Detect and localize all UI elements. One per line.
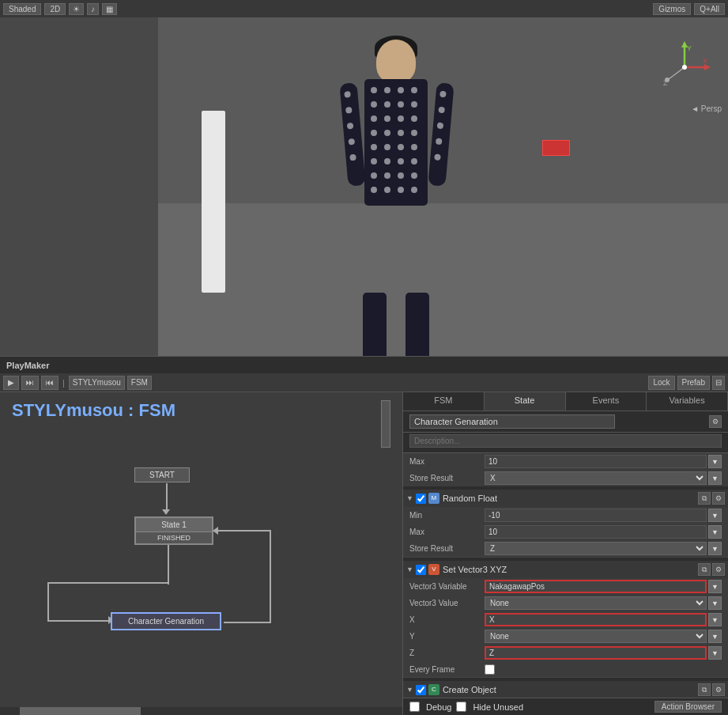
create-object-settings-btn[interactable]: ⚙ <box>712 683 725 696</box>
store-result-label: Store Result <box>409 544 485 553</box>
tab-fsm[interactable]: FSM <box>403 392 485 410</box>
tab-events[interactable]: Events <box>566 392 647 410</box>
state1-line-down2 <box>47 582 49 622</box>
fsm-dropdown[interactable]: FSM <box>127 376 152 390</box>
random-float-icon: M <box>428 493 439 504</box>
store-dropdown-top[interactable]: X <box>485 471 707 485</box>
char-gen-label: Character Genaration <box>111 612 221 630</box>
object-dropdown[interactable]: STYLYmusou <box>69 376 125 390</box>
create-object-copy-btn[interactable]: ⧉ <box>698 683 711 696</box>
vector3-x-label: X <box>409 615 485 624</box>
state-description-input[interactable] <box>409 434 722 448</box>
rewind-button[interactable]: ⏮ <box>41 376 58 390</box>
max-input[interactable] <box>485 525 707 539</box>
max-arrow-top[interactable]: ▼ <box>708 455 722 468</box>
store-label-top: Store Result <box>409 474 485 482</box>
every-frame-row: Every Frame <box>403 661 728 677</box>
vector3-var-input[interactable] <box>485 580 707 593</box>
vector3-val-arrow[interactable]: ▼ <box>708 596 722 610</box>
vector3-x-input[interactable] <box>485 613 707 626</box>
start-node-label: START <box>134 467 190 482</box>
random-float-btns: ⧉ ⚙ <box>698 492 725 505</box>
vector3-var-label: Vector3 Variable <box>409 582 485 591</box>
persp-label: ◄ Persp <box>691 104 722 113</box>
set-vector3-toggle[interactable]: ▼ <box>406 566 413 573</box>
filter-button[interactable]: Q+All <box>694 3 725 15</box>
play-button[interactable]: ▶ <box>3 376 19 390</box>
hide-unused-checkbox[interactable] <box>456 702 466 712</box>
vector3-var-arrow[interactable]: ▼ <box>708 580 722 593</box>
pm-main: STYLYmusou : FSM START State 1 FINISHED <box>0 392 728 715</box>
random-float-settings-btn[interactable]: ⚙ <box>712 492 725 505</box>
display-icon-btn[interactable]: ▦ <box>102 3 117 15</box>
vector3-y-dropdown[interactable]: None <box>485 630 707 643</box>
vector3-y-row: Y None ▼ <box>403 628 728 645</box>
max-input-top[interactable] <box>485 455 707 468</box>
debug-checkbox[interactable] <box>409 702 420 712</box>
max-label-top: Max <box>409 457 485 466</box>
set-vector3-settings-btn[interactable]: ⚙ <box>712 563 725 576</box>
store-result-dropdown[interactable]: Z <box>485 542 707 555</box>
create-object-header[interactable]: ▼ C Create Object ⧉ ⚙ <box>403 681 728 698</box>
state1-sub: FINISHED <box>136 532 212 543</box>
red-box <box>542 140 570 156</box>
svg-text:Y: Y <box>687 44 692 52</box>
store-result-arrow[interactable]: ▼ <box>708 542 722 555</box>
debug-label: Debug <box>426 702 451 712</box>
every-frame-label: Every Frame <box>409 665 485 674</box>
pm-toolbar: ▶ ⏭ ⏮ | STYLYmusou FSM Lock Prefab ⊟ <box>0 373 728 392</box>
max-arrow[interactable]: ▼ <box>708 525 722 539</box>
tab-variables[interactable]: Variables <box>647 392 728 410</box>
step-button[interactable]: ⏭ <box>21 376 39 390</box>
fsm-scroll-thumb-h[interactable] <box>20 707 141 715</box>
char-gen-node[interactable]: Character Genaration <box>111 612 221 630</box>
create-object-toggle[interactable]: ▼ <box>406 686 413 694</box>
random-float-toggle[interactable]: ▼ <box>406 494 413 502</box>
random-float-title: Random Float <box>443 494 698 503</box>
collapse-button[interactable]: ⊟ <box>712 376 725 390</box>
fsm-canvas-title: STYLYmusou : FSM <box>12 400 175 421</box>
vector3-y-arrow[interactable]: ▼ <box>708 630 722 643</box>
random-float-copy-btn[interactable]: ⧉ <box>698 492 711 505</box>
vector3-val-dropdown[interactable]: None <box>485 596 707 610</box>
right-content[interactable]: ⚙ Max ▼ Store Result <box>403 411 728 698</box>
random-float-header[interactable]: ▼ M Random Float ⧉ ⚙ <box>403 490 728 507</box>
fsm-scrollbar-h[interactable] <box>0 707 402 715</box>
vector3-x-arrow[interactable]: ▼ <box>708 613 722 626</box>
vector3-z-input[interactable] <box>485 646 707 660</box>
2d-button[interactable]: 2D <box>44 3 66 15</box>
set-vector3-section: ▼ V Set Vector3 XYZ ⧉ ⚙ Vector3 Variable <box>403 561 728 678</box>
vector3-z-arrow[interactable]: ▼ <box>708 646 722 660</box>
min-input[interactable] <box>485 509 707 522</box>
state-settings-btn[interactable]: ⚙ <box>709 415 722 428</box>
playmaker-panel: PlayMaker ▶ ⏭ ⏮ | STYLYmusou FSM Lock Pr… <box>0 356 728 715</box>
every-frame-value <box>485 664 722 675</box>
create-object-checkbox[interactable] <box>416 685 426 695</box>
store-arrow-top[interactable]: ▼ <box>708 471 722 485</box>
viewport-gizmo[interactable]: Y X Z <box>657 40 720 103</box>
random-float-checkbox[interactable] <box>416 494 426 504</box>
char-back-line1 <box>224 622 271 623</box>
create-object-section: ▼ C Create Object ⧉ ⚙ Game Object <box>403 681 728 698</box>
audio-icon-btn[interactable]: ♪ <box>87 3 99 15</box>
state1-node[interactable]: State 1 FINISHED <box>134 516 213 545</box>
lock-button[interactable]: Lock <box>648 376 674 390</box>
sun-icon-btn[interactable]: ☀ <box>69 3 84 15</box>
action-browser-button[interactable]: Action Browser <box>654 701 722 713</box>
state1-line-left <box>111 582 169 584</box>
fsm-canvas[interactable]: STYLYmusou : FSM START State 1 FINISHED <box>0 392 403 715</box>
set-vector3-checkbox[interactable] <box>416 565 426 575</box>
shaded-button[interactable]: Shaded <box>3 3 41 15</box>
prefab-button[interactable]: Prefab <box>677 376 710 390</box>
min-arrow[interactable]: ▼ <box>708 509 722 522</box>
tab-state[interactable]: State <box>485 392 566 410</box>
set-vector3-copy-btn[interactable]: ⧉ <box>698 563 711 576</box>
gizmos-button[interactable]: Gizmos <box>653 3 691 15</box>
set-vector3-header[interactable]: ▼ V Set Vector3 XYZ ⧉ ⚙ <box>403 561 728 578</box>
store-value-top: X ▼ <box>485 471 722 485</box>
state-name-input[interactable] <box>409 414 615 429</box>
hide-unused-label: Hide Unused <box>473 702 523 712</box>
svg-marker-3 <box>704 64 711 70</box>
every-frame-checkbox[interactable] <box>485 664 495 675</box>
start-node[interactable]: START <box>134 467 190 482</box>
